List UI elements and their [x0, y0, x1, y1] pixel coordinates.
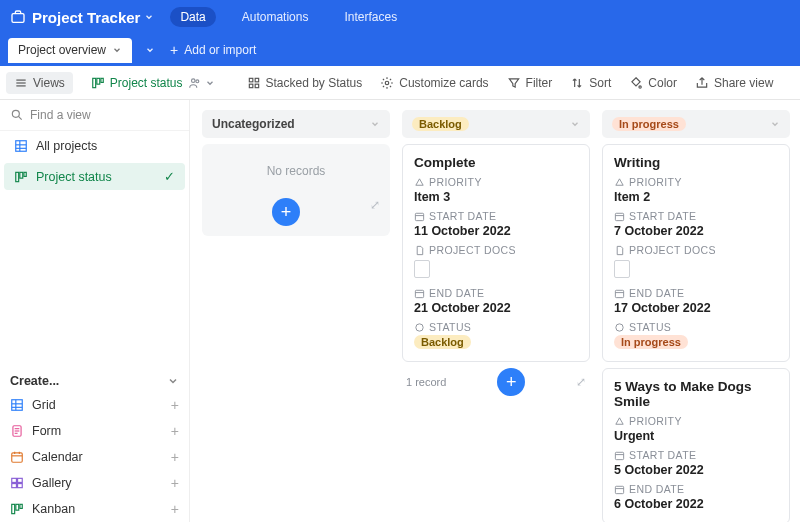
plus-icon: + [170, 42, 178, 58]
chevron-down-icon [370, 119, 380, 129]
search-icon [10, 108, 24, 122]
calendar-icon [614, 484, 625, 495]
sidebar-create-toggle[interactable]: Create... [0, 366, 189, 392]
color-button[interactable]: Color [621, 72, 685, 94]
share-icon [695, 76, 709, 90]
svg-point-47 [416, 323, 423, 330]
svg-point-15 [12, 110, 19, 117]
expand-icon[interactable]: ⤢ [576, 375, 586, 389]
share-view-button[interactable]: Share view [687, 72, 781, 94]
svg-rect-6 [101, 78, 103, 82]
column-footer: 1 record + ⤢ [402, 362, 590, 396]
sidebar-item-all-projects[interactable]: All projects [4, 133, 185, 159]
app-title: Project Tracker [32, 9, 140, 26]
field-label-status: STATUS [614, 321, 778, 333]
plus-icon: + [171, 397, 179, 413]
column-header[interactable]: In progress [602, 110, 790, 138]
doc-thumbnail [414, 260, 430, 278]
plus-icon: + [171, 423, 179, 439]
grid-icon [14, 139, 28, 153]
chevron-down-icon [205, 78, 215, 88]
table-tab-more-button[interactable] [138, 38, 162, 62]
svg-rect-45 [415, 290, 423, 297]
svg-rect-43 [415, 213, 423, 220]
column-uncategorized: Uncategorized No records + ⤢ [202, 110, 390, 522]
create-grid[interactable]: Grid + [0, 392, 189, 418]
record-card[interactable]: Writing PRIORITY Item 2 START DATE 7 Oct… [602, 144, 790, 362]
field-value-start-date: 11 October 2022 [414, 224, 578, 238]
record-card[interactable]: 5 Ways to Make Dogs Smile PRIORITY Urgen… [602, 368, 790, 522]
tab-interfaces[interactable]: Interfaces [334, 7, 407, 27]
expand-icon[interactable]: ⤢ [370, 198, 380, 212]
column-header[interactable]: Uncategorized [202, 110, 390, 138]
create-gallery[interactable]: Gallery + [0, 470, 189, 496]
field-value-priority: Urgent [614, 429, 778, 443]
svg-point-14 [639, 85, 641, 87]
customize-icon [380, 76, 394, 90]
field-value-priority: Item 2 [614, 190, 778, 204]
color-icon [629, 76, 643, 90]
calendar-icon [614, 288, 625, 299]
filter-button[interactable]: Filter [499, 72, 561, 94]
field-label-end-date: END DATE [414, 287, 578, 299]
add-or-import-button[interactable]: + Add or import [170, 42, 256, 58]
svg-rect-11 [249, 84, 253, 88]
tab-data[interactable]: Data [170, 7, 215, 27]
create-form[interactable]: Form + [0, 418, 189, 444]
sort-button[interactable]: Sort [562, 72, 619, 94]
no-records-label: No records [202, 164, 390, 178]
sidebar-item-project-status[interactable]: Project status ✓ [4, 163, 185, 190]
priority-icon [614, 177, 625, 188]
create-item-label: Calendar [32, 450, 83, 464]
create-label: Create... [10, 374, 59, 388]
create-kanban[interactable]: Kanban + [0, 496, 189, 522]
svg-rect-4 [93, 78, 96, 87]
calendar-icon [614, 211, 625, 222]
table-tab-label: Project overview [18, 43, 106, 57]
stack-icon [247, 76, 261, 90]
tab-automations[interactable]: Automations [232, 7, 319, 27]
view-name-button[interactable]: Project status [83, 72, 223, 94]
filter-icon [507, 76, 521, 90]
chevron-down-icon [145, 45, 155, 55]
field-label-project-docs: PROJECT DOCS [614, 244, 778, 256]
chevron-down-icon[interactable] [144, 12, 154, 22]
svg-rect-21 [16, 172, 19, 181]
svg-rect-0 [12, 14, 24, 23]
menu-icon [14, 76, 28, 90]
find-view-search[interactable]: Find a view [0, 100, 189, 131]
customize-label: Customize cards [399, 76, 488, 90]
column-header[interactable]: Backlog [402, 110, 590, 138]
grid-icon [10, 398, 24, 412]
view-name-label: Project status [110, 76, 183, 90]
chevron-down-icon [167, 375, 179, 387]
priority-icon [414, 177, 425, 188]
customize-cards-button[interactable]: Customize cards [372, 72, 496, 94]
svg-rect-12 [255, 84, 258, 88]
svg-rect-41 [16, 504, 19, 510]
chevron-down-icon [770, 119, 780, 129]
svg-rect-55 [615, 486, 623, 493]
field-label-status: STATUS [414, 321, 578, 333]
field-value-end-date: 21 October 2022 [414, 301, 578, 315]
svg-rect-17 [16, 141, 27, 152]
kanban-icon [14, 170, 28, 184]
plus-icon: + [171, 449, 179, 465]
add-record-button[interactable]: + [272, 198, 300, 226]
add-record-button[interactable]: + [497, 368, 525, 396]
create-item-label: Kanban [32, 502, 75, 516]
svg-rect-23 [24, 172, 26, 176]
record-card[interactable]: Complete PRIORITY Item 3 START DATE 11 O… [402, 144, 590, 362]
stacked-by-button[interactable]: Stacked by Status [239, 72, 371, 94]
svg-rect-22 [20, 172, 23, 178]
field-value-end-date: 17 October 2022 [614, 301, 778, 315]
svg-rect-42 [20, 504, 22, 508]
table-tab-project-overview[interactable]: Project overview [8, 38, 132, 63]
field-label-end-date: END DATE [614, 287, 778, 299]
sort-icon [570, 76, 584, 90]
create-calendar[interactable]: Calendar + [0, 444, 189, 470]
views-button[interactable]: Views [6, 72, 73, 94]
gallery-icon [10, 476, 24, 490]
card-title: 5 Ways to Make Dogs Smile [614, 379, 778, 409]
check-icon: ✓ [164, 169, 175, 184]
